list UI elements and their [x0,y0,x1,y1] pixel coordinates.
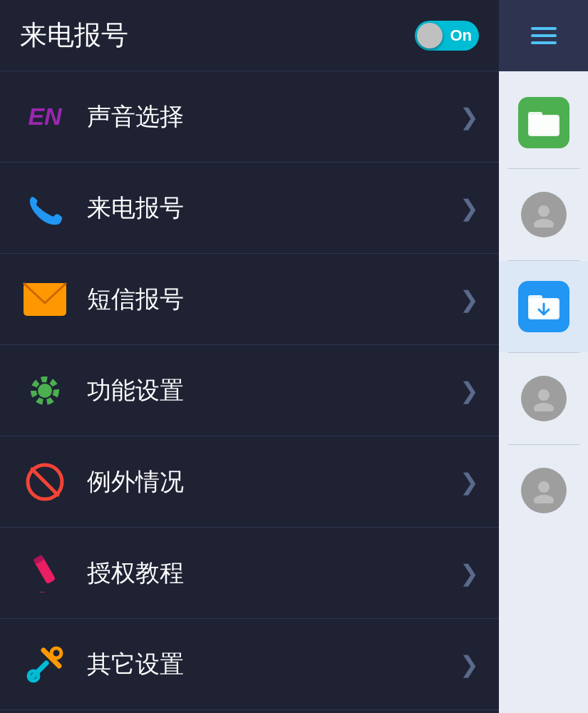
menu-item-tutorial[interactable]: 授权教程 ❯ [0,528,499,619]
en-icon: EN [20,92,70,142]
svg-point-11 [51,648,61,658]
chevron-icon: ❯ [460,651,479,678]
menu-item-caller-id[interactable]: 来电报号 ❯ [0,163,499,254]
svg-point-21 [538,389,550,401]
svg-point-16 [534,219,554,227]
sidebar-item-blue-folder[interactable] [499,261,588,352]
svg-marker-6 [40,589,47,592]
menu-text-voice-select: 声音选择 [87,101,460,133]
chevron-icon: ❯ [460,560,479,587]
phone-icon [20,183,70,233]
pencil-icon [20,548,70,598]
svg-point-24 [534,495,554,503]
toggle-knob [417,23,443,48]
chevron-icon: ❯ [460,286,479,313]
hamburger-line-3 [531,41,557,44]
right-sidebar [499,0,588,713]
svg-line-4 [32,469,58,495]
avatar-3 [521,468,567,513]
sidebar-item-avatar-1[interactable] [499,169,588,260]
svg-point-1 [38,384,52,398]
sidebar-items [499,71,588,713]
menu-list: EN 声音选择 ❯ 来电报号 ❯ 短信报号 ❯ [0,71,499,713]
wrench-icon [20,640,70,689]
sidebar-item-green-folder[interactable] [499,77,588,168]
menu-item-other[interactable]: 其它设置 ❯ [0,619,499,710]
chevron-icon: ❯ [460,468,479,496]
svg-point-23 [538,481,550,493]
green-folder-icon [518,97,569,148]
menu-item-settings[interactable]: 功能设置 ❯ [0,345,499,436]
gear-icon [20,366,70,416]
sidebar-item-avatar-3[interactable] [499,445,588,536]
toggle-switch[interactable]: On [415,21,479,51]
menu-item-voice-select[interactable]: EN 声音选择 ❯ [0,71,499,163]
toggle-label: On [450,26,472,45]
page-title: 来电报号 [20,17,128,53]
svg-rect-14 [530,116,558,135]
hamburger-line-2 [531,34,557,37]
menu-text-tutorial: 授权教程 [87,557,460,590]
toggle-container[interactable]: On [415,21,479,51]
menu-text-sms: 短信报号 [87,283,460,316]
avatar-1 [521,192,567,237]
svg-point-15 [538,205,550,217]
header-right: On [415,21,479,51]
menu-text-settings: 功能设置 [87,374,460,407]
mail-icon [20,275,70,324]
no-icon [20,457,70,507]
header: 来电报号 On [0,0,499,71]
sidebar-item-avatar-2[interactable] [499,353,588,444]
blue-folder-icon [518,281,569,332]
menu-text-other: 其它设置 [87,648,460,681]
menu-text-caller-id: 来电报号 [87,192,460,225]
menu-text-exceptions: 例外情况 [87,466,460,498]
chevron-icon: ❯ [460,103,479,130]
hamburger-line-1 [531,27,557,30]
svg-point-22 [534,403,554,411]
left-panel: 来电报号 On EN 声音选择 ❯ [0,0,499,713]
menu-item-sms[interactable]: 短信报号 ❯ [0,254,499,345]
sidebar-top [499,0,588,71]
chevron-icon: ❯ [460,377,479,404]
chevron-icon: ❯ [460,195,479,222]
sidebar-hamburger[interactable] [531,27,557,44]
menu-item-exceptions[interactable]: 例外情况 ❯ [0,436,499,528]
avatar-2 [521,376,567,421]
